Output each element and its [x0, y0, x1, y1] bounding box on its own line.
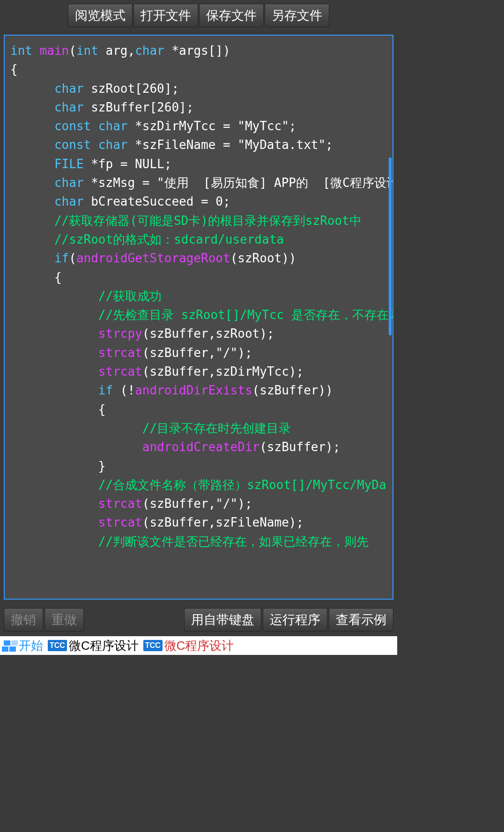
tcc-icon: TCC — [143, 640, 163, 651]
start-button[interactable]: 开始 — [19, 638, 43, 654]
examples-button[interactable]: 查看示例 — [329, 608, 393, 631]
redo-button[interactable]: 重做 — [44, 608, 84, 631]
undo-button[interactable]: 撤销 — [4, 608, 43, 631]
read-mode-button[interactable]: 阅览模式 — [68, 4, 133, 27]
open-file-button[interactable]: 打开文件 — [133, 4, 198, 27]
keyboard-button[interactable]: 用自带键盘 — [184, 608, 261, 631]
tcc-icon: TCC — [48, 640, 67, 651]
code-content[interactable]: int main(int arg,char *args[]) { char sz… — [5, 36, 393, 599]
toolbar-top: 阅览模式 打开文件 保存文件 另存文件 — [0, 0, 397, 31]
code-editor[interactable]: int main(int arg,char *args[]) { char sz… — [4, 35, 393, 600]
save-file-button[interactable]: 保存文件 — [199, 4, 264, 27]
taskbar-item-2[interactable]: 微C程序设计 — [164, 638, 234, 654]
run-button[interactable]: 运行程序 — [263, 608, 327, 631]
toolbar-bottom: 撤销 重做 用自带键盘 运行程序 查看示例 — [0, 603, 397, 636]
start-icon[interactable] — [2, 639, 16, 652]
scrollbar[interactable] — [389, 157, 392, 335]
taskbar-item-1[interactable]: 微C程序设计 — [69, 638, 139, 654]
taskbar: 开始 TCC 微C程序设计 TCC 微C程序设计 — [0, 636, 397, 655]
save-as-button[interactable]: 另存文件 — [265, 4, 329, 27]
